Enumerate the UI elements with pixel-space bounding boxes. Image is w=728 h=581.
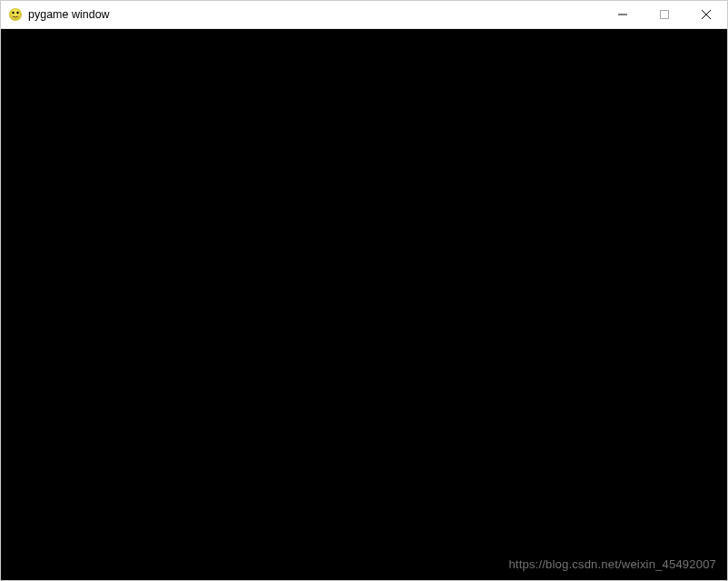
titlebar-left: pygame window <box>1 7 602 22</box>
pygame-snake-icon <box>8 7 23 22</box>
titlebar[interactable]: pygame window <box>1 1 727 29</box>
minimize-button[interactable] <box>602 1 644 28</box>
watermark-text: https://blog.csdn.net/weixin_45492007 <box>508 557 716 571</box>
window-controls <box>602 1 727 28</box>
svg-rect-5 <box>661 11 669 19</box>
close-icon <box>702 10 711 19</box>
minimize-icon <box>618 10 627 19</box>
window-title: pygame window <box>28 9 110 21</box>
maximize-button[interactable] <box>644 1 685 28</box>
pygame-canvas[interactable]: https://blog.csdn.net/weixin_45492007 <box>1 29 727 580</box>
close-button[interactable] <box>685 1 727 28</box>
app-window: pygame window https://blog.csdn.net <box>0 0 728 581</box>
maximize-icon <box>660 10 669 19</box>
svg-point-3 <box>16 12 18 14</box>
svg-point-2 <box>12 12 14 14</box>
